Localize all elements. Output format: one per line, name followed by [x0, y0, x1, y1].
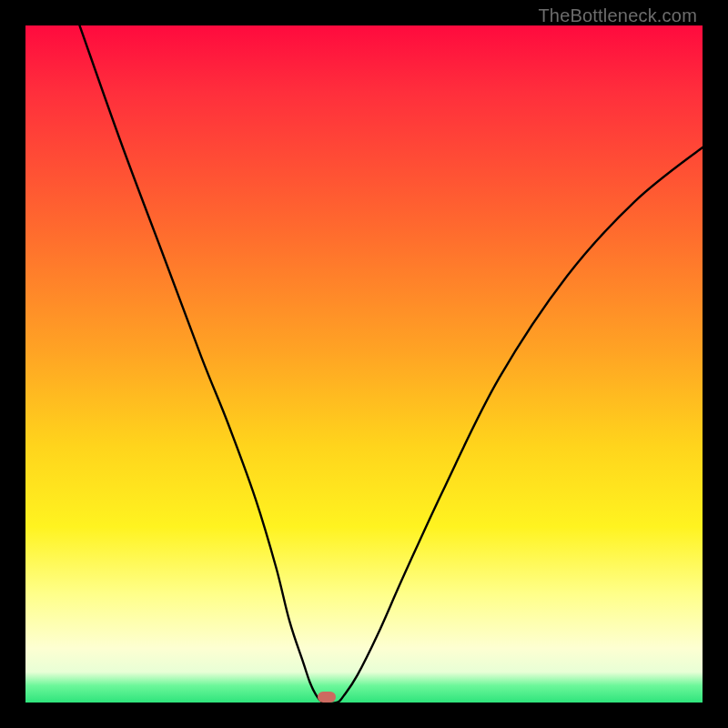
chart-frame: TheBottleneck.com	[0, 0, 728, 728]
curve-svg	[25, 25, 703, 703]
min-marker	[318, 692, 336, 703]
plot-area	[25, 25, 703, 703]
curve-line	[80, 25, 703, 703]
watermark-text: TheBottleneck.com	[538, 5, 697, 26]
